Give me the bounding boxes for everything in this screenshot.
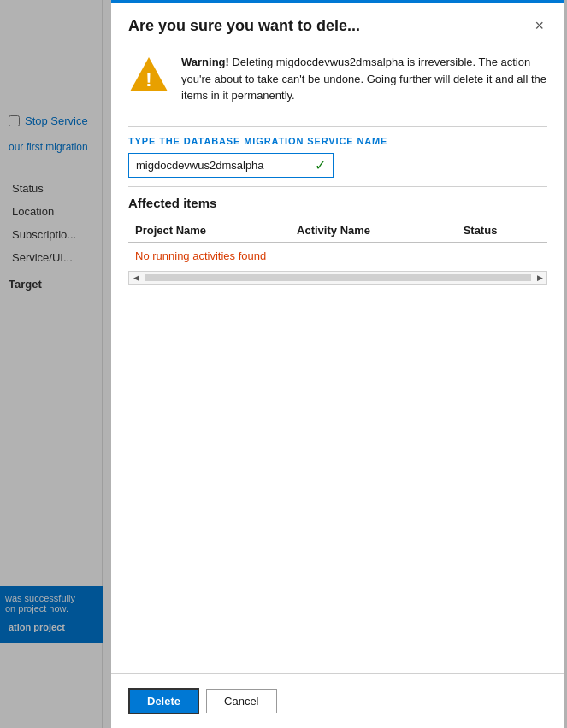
svg-text:!: ! bbox=[145, 69, 151, 91]
warning-text: Warning! Deleting migdocdevwus2dmsalpha … bbox=[181, 54, 547, 104]
col-status: Status bbox=[457, 219, 547, 243]
scrollbar-right-arrow[interactable]: ▶ bbox=[533, 271, 546, 285]
affected-items-table-container: Project Name Activity Name Status No run… bbox=[128, 219, 547, 285]
checkmark-icon: ✓ bbox=[315, 157, 326, 173]
modal-body: ! Warning! Deleting migdocdevwus2dmsalph… bbox=[111, 45, 564, 673]
table-header-row: Project Name Activity Name Status bbox=[128, 219, 547, 243]
warning-section: ! Warning! Deleting migdocdevwus2dmsalph… bbox=[128, 45, 547, 118]
table-empty-message: No running activities found bbox=[128, 242, 547, 269]
cancel-button[interactable]: Cancel bbox=[206, 689, 276, 713]
warning-icon: ! bbox=[128, 54, 169, 95]
scrollbar-track[interactable] bbox=[145, 274, 531, 281]
divider-middle bbox=[128, 186, 547, 187]
modal-close-button[interactable]: × bbox=[531, 16, 547, 35]
col-project-name: Project Name bbox=[128, 219, 290, 243]
modal-footer: Delete Cancel bbox=[111, 673, 564, 728]
service-name-input[interactable] bbox=[136, 159, 311, 172]
affected-items-title: Affected items bbox=[128, 196, 547, 210]
table-scrollbar[interactable]: ◀ ▶ bbox=[128, 271, 547, 285]
modal-header: Are you sure you want to dele... × bbox=[111, 3, 564, 45]
service-name-input-wrap[interactable]: ✓ bbox=[128, 153, 334, 178]
col-activity-name: Activity Name bbox=[290, 219, 457, 243]
scrollbar-left-arrow[interactable]: ◀ bbox=[129, 271, 143, 285]
type-service-name-label: TYPE THE DATABASE MIGRATION SERVICE NAME bbox=[128, 136, 547, 146]
divider-top bbox=[128, 126, 547, 127]
modal-dialog: Are you sure you want to dele... × ! War… bbox=[111, 0, 564, 728]
affected-items-table: Project Name Activity Name Status No run… bbox=[128, 219, 547, 269]
modal-title: Are you sure you want to dele... bbox=[128, 17, 360, 35]
delete-button[interactable]: Delete bbox=[128, 688, 199, 714]
table-empty-row: No running activities found bbox=[128, 242, 547, 269]
